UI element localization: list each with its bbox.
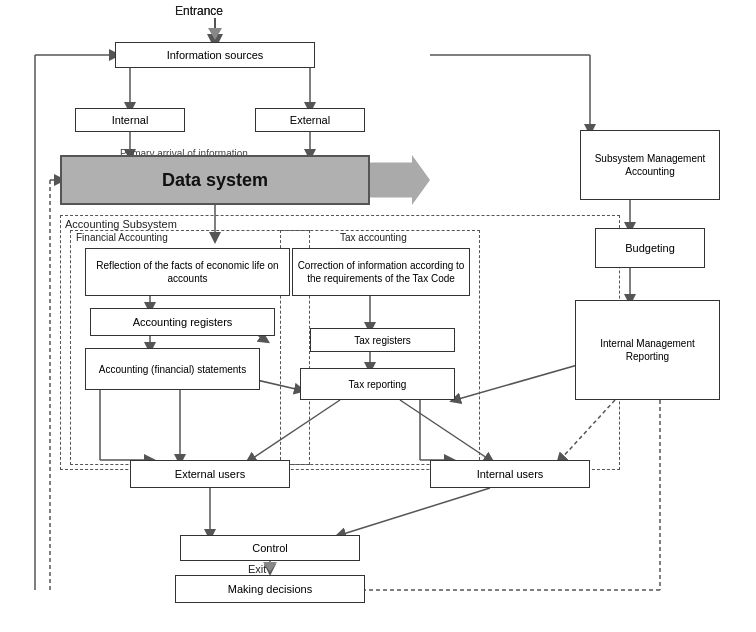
reflection-label: Reflection of the facts of economic life… [90, 259, 285, 285]
info-sources-label: Information sources [167, 48, 264, 62]
external-box: External [255, 108, 365, 132]
control-box: Control [180, 535, 360, 561]
external-users-box: External users [130, 460, 290, 488]
control-label: Control [252, 541, 287, 555]
tax-reporting-label: Tax reporting [349, 378, 407, 391]
internal-users-box: Internal users [430, 460, 590, 488]
making-decisions-label: Making decisions [228, 582, 312, 596]
tax-accounting-label: Tax accounting [340, 232, 407, 243]
budgeting-box: Budgeting [595, 228, 705, 268]
subsystem-mgmt-box: Subsystem Management Accounting [580, 130, 720, 200]
tax-reporting-box: Tax reporting [300, 368, 455, 400]
accounting-registers-box: Accounting registers [90, 308, 275, 336]
internal-mgmt-reporting-box: Internal Management Reporting [575, 300, 720, 400]
tax-registers-box: Tax registers [310, 328, 455, 352]
subsystem-mgmt-label: Subsystem Management Accounting [585, 152, 715, 178]
external-users-label: External users [175, 467, 245, 481]
data-system-arrow [370, 155, 430, 205]
internal-box: Internal [75, 108, 185, 132]
data-system-box: Data system [60, 155, 370, 205]
accounting-statements-label: Accounting (financial) statements [99, 363, 246, 376]
exit-arrow-icon [263, 562, 277, 572]
internal-label: Internal [112, 113, 149, 127]
internal-users-label: Internal users [477, 467, 544, 481]
entrance-arrow-icon [208, 28, 222, 40]
entrance-text: Entrance [175, 4, 223, 18]
diagram: Entrance Information sources Internal Ex… [0, 0, 756, 632]
accounting-subsystem-label: Accounting Subsystem [65, 218, 177, 230]
accounting-registers-label: Accounting registers [133, 315, 233, 329]
making-decisions-box: Making decisions [175, 575, 365, 603]
svg-line-19 [340, 488, 490, 535]
reflection-box: Reflection of the facts of economic life… [85, 248, 290, 296]
internal-mgmt-reporting-label: Internal Management Reporting [580, 337, 715, 363]
external-label: External [290, 113, 330, 127]
tax-registers-label: Tax registers [354, 334, 411, 347]
financial-accounting-label: Financial Accounting [76, 232, 168, 243]
budgeting-label: Budgeting [625, 241, 675, 255]
data-system-label: Data system [162, 170, 268, 191]
correction-label: Correction of information according to t… [297, 259, 465, 285]
accounting-statements-box: Accounting (financial) statements [85, 348, 260, 390]
info-sources-box: Information sources [115, 42, 315, 68]
correction-box: Correction of information according to t… [292, 248, 470, 296]
